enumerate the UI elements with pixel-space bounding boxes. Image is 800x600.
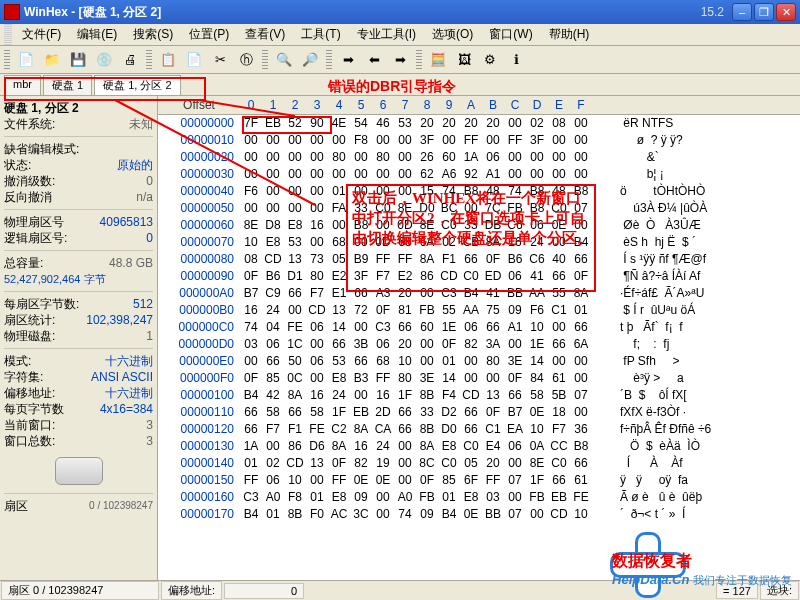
hex-row[interactable]: 000001400102CD130F8219008CC00520008EC066… — [158, 455, 800, 472]
version-label: 15.2 — [701, 5, 724, 19]
hex-row[interactable]: 00000150FF061000FF0E0E000F856FFF071F6661… — [158, 472, 800, 489]
cut-icon[interactable]: ✂ — [210, 50, 230, 70]
hex-row[interactable]: 000000900FB6D180E23FF7E286CDC0ED0641660F… — [158, 268, 800, 285]
find-icon[interactable]: 🔍 — [274, 50, 294, 70]
offset-header: Offset — [158, 98, 240, 112]
hex-row[interactable]: 00000160C3A0F801E80900A0FB01E80300FBEBFE… — [158, 489, 800, 506]
back-icon[interactable]: ⬅ — [364, 50, 384, 70]
info-icon[interactable]: ℹ — [506, 50, 526, 70]
close-button[interactable]: ✕ — [776, 3, 796, 21]
menu-item-8[interactable]: 窗口(W) — [481, 24, 540, 45]
save-icon[interactable]: 💾 — [68, 50, 88, 70]
menu-item-0[interactable]: 文件(F) — [14, 24, 69, 45]
menu-item-3[interactable]: 位置(P) — [181, 24, 237, 45]
hex-row[interactable]: 000000F00F850C00E8B3FF803E1400000F846100… — [158, 370, 800, 387]
hex-row[interactable]: 000000B0162400CD13720F81FB55AA7509F6C101… — [158, 302, 800, 319]
tab-0[interactable]: mbr — [4, 75, 41, 95]
watermark: 数据恢复者 HelpData.Cn 我们专注于数据恢复 — [612, 551, 792, 588]
disk-icon[interactable]: 💿 — [94, 50, 114, 70]
hex-icon[interactable]: ⓗ — [236, 50, 256, 70]
menu-item-5[interactable]: 工具(T) — [293, 24, 348, 45]
hex-row[interactable]: 0000008008CD137305B9FFFF8AF1660FB6C64066… — [158, 251, 800, 268]
hex-row[interactable]: 00000100B4428A162400161F8BF4CD1366585B07… — [158, 387, 800, 404]
hex-row[interactable]: 000000007FEB52904E5446532020202000020800… — [158, 115, 800, 132]
open-icon[interactable]: 📁 — [42, 50, 62, 70]
menu-item-2[interactable]: 搜索(S) — [125, 24, 181, 45]
hex-row[interactable]: 0000005000000000FA33C08ED0BC007CFBB8C007… — [158, 200, 800, 217]
menu-item-9[interactable]: 帮助(H) — [541, 24, 598, 45]
window-title: WinHex - [硬盘 1, 分区 2] — [24, 4, 701, 21]
tab-1[interactable]: 硬盘 1 — [43, 75, 92, 95]
hex-row[interactable]: 000000E00066500653666810000100803E140000… — [158, 353, 800, 370]
menu-item-1[interactable]: 编辑(E) — [69, 24, 125, 45]
hex-row[interactable]: 00000170B4018BF0AC3C007409B40EBB0700CD10… — [158, 506, 800, 523]
fwd-icon[interactable]: ➡ — [390, 50, 410, 70]
new-icon[interactable]: 📄 — [16, 50, 36, 70]
hex-row[interactable]: 000000608ED8E81600B8000D8EC033DBC6060E00… — [158, 217, 800, 234]
panel-title: 硬盘 1, 分区 2 — [4, 100, 79, 116]
print-icon[interactable]: 🖨 — [120, 50, 140, 70]
hex-row[interactable]: 0000007010E8530068000D686A02CB8A162400B4… — [158, 234, 800, 251]
tab-2[interactable]: 硬盘 1, 分区 2 — [94, 75, 180, 95]
drive-icon — [55, 457, 103, 485]
hex-row[interactable]: 000000C07404FE061400C366601E0666A1100066… — [158, 319, 800, 336]
hex-row[interactable]: 000000100000000000F800003F00FF00FF3F0000… — [158, 132, 800, 149]
hex-row[interactable]: 00000020000000008000800026601A0600000000… — [158, 149, 800, 166]
toolbar: 📄 📁 💾 💿 🖨 📋 📄 ✂ ⓗ 🔍 🔎 ➡ ⬅ ➡ 🧮 🖼 ⚙ ℹ — [0, 46, 800, 74]
hex-row[interactable]: 000000A0B7C966F7E166A32000C3B441BBAA558A… — [158, 285, 800, 302]
menu-item-4[interactable]: 查看(V) — [237, 24, 293, 45]
sidebar: 硬盘 1, 分区 2 文件系统:未知 缺省编辑模式: 状态:原始的 撤消级数:0… — [0, 96, 158, 580]
hex-row[interactable]: 00000040F6000000010000001574B84874B848B8… — [158, 183, 800, 200]
menu-grip — [4, 24, 12, 45]
paste-icon[interactable]: 📄 — [184, 50, 204, 70]
tab-bar: mbr硬盘 1硬盘 1, 分区 2 — [0, 74, 800, 96]
image-icon[interactable]: 🖼 — [454, 50, 474, 70]
goto-icon[interactable]: ➡ — [338, 50, 358, 70]
menu-item-7[interactable]: 选项(O) — [424, 24, 481, 45]
minimize-button[interactable]: – — [732, 3, 752, 21]
hex-row[interactable]: 000000D003061C00663B0620000F823A001E666A… — [158, 336, 800, 353]
hex-row[interactable]: 0000012066F7F1FEC28ACA668BD066C1EA10F736… — [158, 421, 800, 438]
hex-row[interactable]: 00000110665866581FEB2D6633D2660FB70E1800… — [158, 404, 800, 421]
maximize-button[interactable]: ❐ — [754, 3, 774, 21]
hex-editor[interactable]: Offset 0123456789ABCDEF 000000007FEB5290… — [158, 96, 800, 580]
toolbar-grip — [4, 50, 10, 70]
menu-item-6[interactable]: 专业工具(I) — [349, 24, 424, 45]
findhex-icon[interactable]: 🔎 — [300, 50, 320, 70]
copy-icon[interactable]: 📋 — [158, 50, 178, 70]
hex-row[interactable]: 000001301A0086D68A1624008AE8C0E4060ACCB8… — [158, 438, 800, 455]
calc-icon[interactable]: 🧮 — [428, 50, 448, 70]
hex-row[interactable]: 00000030000000000000000062A692A100000000… — [158, 166, 800, 183]
app-icon — [4, 4, 20, 20]
tool-icon[interactable]: ⚙ — [480, 50, 500, 70]
